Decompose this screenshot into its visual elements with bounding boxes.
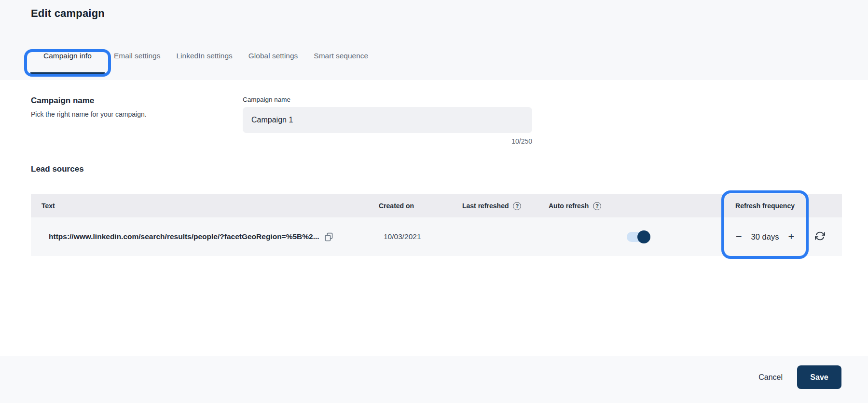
column-header-auto-refresh: Auto refresh ? [538, 202, 649, 210]
campaign-name-info: Campaign name Pick the right name for yo… [31, 96, 243, 145]
lead-source-url-cell: https://www.linkedin.com/search/results/… [31, 232, 369, 242]
help-icon[interactable]: ? [513, 202, 521, 210]
tab-campaign-info-wrap: Campaign info [30, 52, 105, 74]
auto-refresh-cell [538, 232, 649, 242]
help-icon[interactable]: ? [593, 202, 601, 210]
column-header-last-refreshed-label: Last refreshed [462, 202, 509, 210]
cancel-button[interactable]: Cancel [758, 373, 783, 382]
tab-smart-sequence[interactable]: Smart sequence [314, 52, 368, 74]
footer-bar: Cancel Save [0, 356, 868, 403]
auto-refresh-toggle[interactable] [627, 232, 649, 242]
column-header-created-on: Created on [369, 202, 454, 210]
increase-frequency-button[interactable]: + [787, 231, 795, 242]
column-header-refresh-frequency: Refresh frequency [721, 202, 809, 210]
main-content: Campaign name Pick the right name for yo… [0, 80, 868, 356]
tab-linkedin-settings[interactable]: LinkedIn settings [176, 52, 232, 74]
campaign-name-section-label: Campaign name [31, 96, 243, 106]
char-counter: 10/250 [243, 137, 532, 145]
refresh-frequency-cell: − 30 days + [721, 231, 809, 242]
campaign-name-input[interactable] [243, 107, 532, 133]
table-header-row: Text Created on Last refreshed ? Auto re… [31, 194, 842, 217]
decrease-frequency-button[interactable]: − [735, 231, 743, 242]
column-header-auto-refresh-label: Auto refresh [549, 202, 589, 210]
toggle-knob [637, 230, 650, 243]
page-title: Edit campaign [31, 7, 105, 20]
lead-sources-heading: Lead sources [31, 164, 842, 174]
sync-icon[interactable] [815, 231, 825, 241]
tab-global-settings[interactable]: Global settings [248, 52, 298, 74]
campaign-name-section: Campaign name Pick the right name for yo… [31, 96, 842, 145]
campaign-name-section-description: Pick the right name for your campaign. [31, 110, 243, 118]
campaign-name-field-group: Campaign name 10/250 [243, 96, 532, 145]
tab-bar: Campaign info Email settings LinkedIn se… [30, 52, 384, 74]
lead-source-url: https://www.linkedin.com/search/results/… [49, 232, 319, 241]
column-header-text: Text [31, 202, 369, 210]
edit-campaign-page: Edit campaign Campaign info Email settin… [0, 0, 868, 403]
tab-email-settings[interactable]: Email settings [114, 52, 160, 74]
page-header: Edit campaign Campaign info Email settin… [0, 0, 868, 80]
campaign-name-field-label: Campaign name [243, 96, 532, 103]
lead-sources-table: Text Created on Last refreshed ? Auto re… [31, 194, 842, 256]
save-button[interactable]: Save [797, 365, 841, 389]
tab-campaign-info[interactable]: Campaign info [30, 52, 105, 74]
table-row: https://www.linkedin.com/search/results/… [31, 217, 842, 256]
column-header-last-refreshed: Last refreshed ? [454, 202, 538, 210]
refresh-frequency-value: 30 days [751, 232, 779, 242]
copy-icon[interactable] [324, 232, 333, 242]
row-actions-cell [809, 231, 842, 243]
created-on-cell: 10/03/2021 [369, 232, 454, 241]
